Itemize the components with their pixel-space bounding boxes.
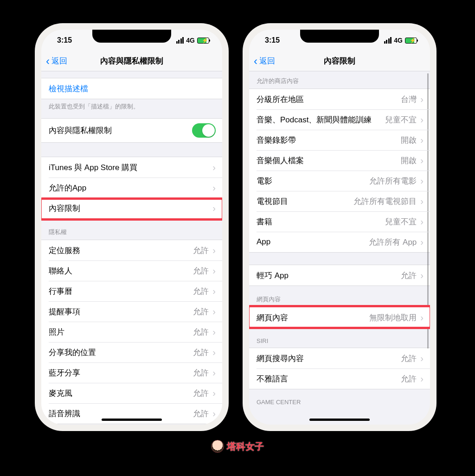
nav-bar: ‹ 返回 內容與隱私權限制 — [41, 51, 222, 71]
row-content-restrictions[interactable]: 內容限制 › — [41, 198, 222, 218]
back-label: 返回 — [51, 56, 67, 66]
chevron-right-icon: › — [212, 266, 216, 275]
row-movies[interactable]: 電影 允許所有電影› — [249, 171, 430, 191]
chevron-right-icon: › — [420, 95, 424, 104]
chevron-right-icon: › — [212, 368, 216, 377]
group-toggle: 內容與隱私權限制 — [41, 118, 222, 143]
chevron-right-icon: › — [212, 388, 216, 398]
row-explicit-language[interactable]: 不雅語言 允許› — [249, 368, 430, 389]
row-web-content[interactable]: 網頁內容 無限制地取用› — [249, 307, 430, 328]
battery-icon: ⚡ — [197, 38, 209, 44]
group-siri: 網頁搜尋內容 允許› 不雅語言 允許› — [249, 348, 430, 389]
home-indicator — [102, 419, 162, 421]
row-itunes-appstore[interactable]: iTunes 與 App Store 購買 › — [41, 157, 222, 178]
privacy-header: 隱私權 — [41, 219, 222, 240]
view-profile-link[interactable]: 檢視描述檔 — [41, 78, 222, 99]
chevron-right-icon: › — [420, 313, 424, 322]
chevron-right-icon: › — [212, 203, 216, 213]
chevron-right-icon: › — [420, 176, 424, 185]
content: 允許的商店內容 分級所在地區 台灣› 音樂、Podcast、新聞與體能訓練 兒童… — [249, 71, 430, 425]
status-time: 3:15 — [57, 36, 72, 44]
status-carrier: 4G — [186, 37, 195, 44]
status-carrier: 4G — [394, 37, 403, 44]
chevron-right-icon: › — [212, 327, 216, 336]
chevron-left-icon: ‹ — [46, 56, 50, 67]
content: 檢視描述檔 此裝置也受到「描述檔」的限制。 內容與隱私權限制 iTunes 與 … — [41, 71, 222, 425]
chevron-right-icon: › — [420, 115, 424, 124]
page-title: 內容與隱私權限制 — [41, 56, 222, 66]
row-music-profile[interactable]: 音樂個人檔案 開啟› — [249, 150, 430, 171]
chevron-right-icon: › — [212, 183, 216, 192]
page-title: 內容限制 — [249, 56, 430, 66]
group-store: 分級所在地區 台灣› 音樂、Podcast、新聞與體能訓練 兒童不宜› 音樂錄影… — [249, 89, 430, 253]
profile-footer: 此裝置也受到「描述檔」的限制。 — [41, 99, 222, 114]
chevron-right-icon: › — [212, 348, 216, 357]
row-tv[interactable]: 電視節目 允許所有電視節目› — [249, 191, 430, 211]
row-books[interactable]: 書籍 兒童不宜› — [249, 211, 430, 232]
home-indicator — [309, 419, 370, 421]
gamecenter-header: GAME CENTER — [249, 389, 430, 409]
row-allowed-apps[interactable]: 允許的App › — [41, 178, 222, 198]
group-appclip: 輕巧 App 允許› — [249, 265, 430, 286]
row-reminders[interactable]: 提醒事項 允許› — [41, 301, 222, 322]
nav-bar: ‹ 返回 內容限制 — [249, 51, 430, 71]
row-web-search[interactable]: 網頁搜尋內容 允許› — [249, 348, 430, 368]
phone-left: 3:15 4G ⚡ ‹ 返回 內容與隱私權限制 檢視描述檔 — [35, 23, 229, 431]
chevron-right-icon: › — [212, 307, 216, 316]
chevron-right-icon: › — [420, 156, 424, 165]
chevron-right-icon: › — [420, 135, 424, 145]
notch — [300, 30, 379, 43]
watermark: 塔科女子 — [211, 440, 264, 453]
row-app-clips[interactable]: 輕巧 App 允許› — [249, 265, 430, 286]
chevron-right-icon: › — [420, 374, 424, 383]
back-button[interactable]: ‹ 返回 — [249, 56, 275, 67]
row-microphone[interactable]: 麥克風 允許› — [41, 383, 222, 403]
signal-icon — [176, 37, 184, 44]
watermark-text: 塔科女子 — [227, 440, 264, 453]
row-photos[interactable]: 照片 允許› — [41, 322, 222, 342]
back-button[interactable]: ‹ 返回 — [41, 56, 67, 67]
store-header: 允許的商店內容 — [249, 71, 430, 89]
row-apps[interactable]: App 允許所有 App› — [249, 232, 430, 252]
row-share-location[interactable]: 分享我的位置 允許› — [41, 342, 222, 362]
group-web: 網頁內容 無限制地取用› — [249, 307, 430, 328]
chevron-right-icon: › — [212, 163, 216, 172]
signal-icon — [384, 37, 392, 44]
notch — [92, 30, 171, 43]
row-contacts[interactable]: 聯絡人 允許› — [41, 260, 222, 281]
row-location[interactable]: 定位服務 允許› — [41, 240, 222, 260]
group-privacy: 定位服務 允許› 聯絡人 允許› 行事曆 允許› 提醒事項 允許› — [41, 240, 222, 424]
watermark-avatar-icon — [211, 440, 224, 453]
chevron-right-icon: › — [212, 409, 216, 418]
row-music-podcast[interactable]: 音樂、Podcast、新聞與體能訓練 兒童不宜› — [249, 109, 430, 130]
chevron-right-icon: › — [420, 354, 424, 363]
row-ratings-region[interactable]: 分級所在地區 台灣› — [249, 89, 430, 109]
phone-right: 3:15 4G ⚡ ‹ 返回 內容限制 允許的商店內容 — [243, 23, 436, 431]
content-privacy-toggle-row[interactable]: 內容與隱私權限制 — [41, 119, 222, 142]
group-purchases: iTunes 與 App Store 購買 › 允許的App › 內容限制 › — [41, 157, 222, 219]
row-calendar[interactable]: 行事曆 允許› — [41, 281, 222, 301]
back-label: 返回 — [259, 56, 275, 66]
group-profile: 檢視描述檔 — [41, 78, 222, 99]
web-header: 網頁內容 — [249, 286, 430, 307]
chevron-right-icon: › — [212, 246, 216, 255]
battery-icon: ⚡ — [405, 38, 417, 44]
chevron-left-icon: ‹ — [254, 56, 257, 67]
chevron-right-icon: › — [212, 286, 216, 296]
row-bluetooth[interactable]: 藍牙分享 允許› — [41, 362, 222, 383]
status-time: 3:15 — [265, 36, 280, 44]
chevron-right-icon: › — [420, 197, 424, 206]
siri-header: SIRI — [249, 328, 430, 348]
chevron-right-icon: › — [420, 237, 424, 247]
chevron-right-icon: › — [420, 217, 424, 226]
chevron-right-icon: › — [420, 271, 424, 280]
row-music-videos[interactable]: 音樂錄影帶 開啟› — [249, 130, 430, 150]
toggle-on-icon[interactable] — [192, 123, 216, 138]
